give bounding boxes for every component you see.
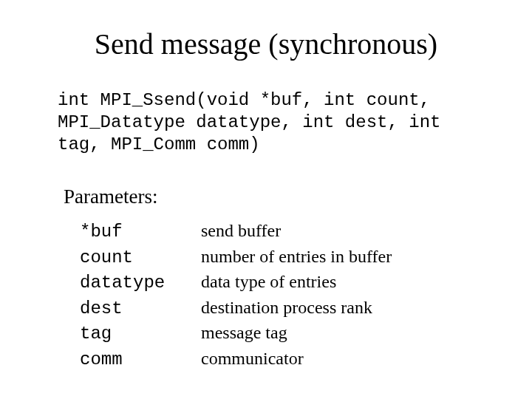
param-row: *buf send buffer [80, 219, 488, 245]
parameters-heading: Parameters: [64, 185, 488, 208]
param-row: count number of entries in buffer [80, 245, 488, 270]
param-row: tag message tag [80, 321, 488, 347]
param-name: dest [80, 296, 201, 321]
param-desc: number of entries in buffer [201, 245, 392, 270]
param-row: dest destination process rank [80, 296, 488, 321]
slide-title: Send message (synchronous) [44, 27, 488, 61]
param-desc: message tag [201, 321, 287, 346]
param-row: comm communicator [80, 347, 488, 372]
param-name: datatype [80, 270, 201, 296]
param-row: datatype data type of entries [80, 270, 488, 296]
slide: Send message (synchronous) int MPI_Ssend… [0, 0, 532, 399]
function-signature: int MPI_Ssend(void *buf, int count, MPI_… [58, 89, 488, 156]
param-desc: destination process rank [201, 296, 372, 321]
param-desc: data type of entries [201, 270, 336, 295]
param-name: comm [80, 347, 201, 372]
param-name: tag [80, 321, 201, 347]
param-desc: communicator [201, 347, 304, 372]
parameters-table: *buf send buffer count number of entries… [80, 219, 488, 372]
param-name: *buf [80, 219, 201, 245]
param-name: count [80, 245, 201, 270]
param-desc: send buffer [201, 219, 281, 244]
